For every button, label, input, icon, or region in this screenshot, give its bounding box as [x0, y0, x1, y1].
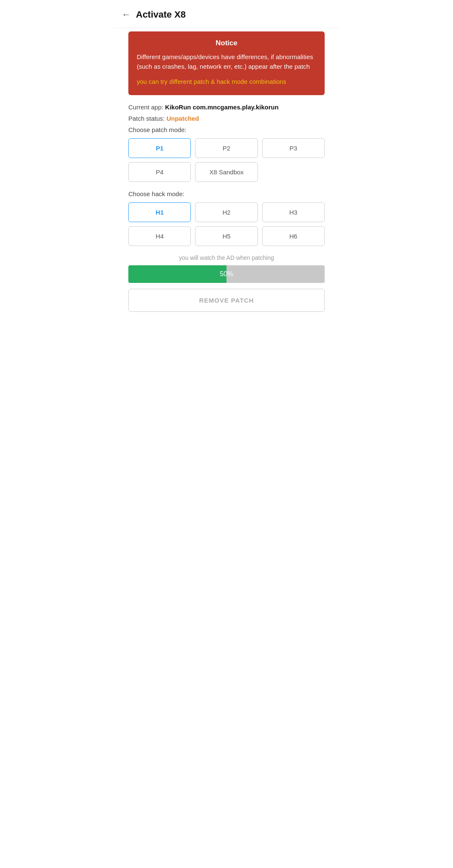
patch-btn-p3[interactable]: P3	[262, 138, 325, 158]
current-app-row: Current app: KikoRun com.mncgames.play.k…	[128, 104, 325, 111]
current-app-label: Current app:	[128, 104, 163, 111]
hack-btn-h5[interactable]: H5	[195, 226, 258, 246]
patch-mode-row2: P4 X8 Sandbox	[113, 162, 340, 182]
progress-bar-container: 50%	[128, 265, 325, 283]
notice-title: Notice	[137, 39, 316, 47]
current-app-section: Current app: KikoRun com.mncgames.play.k…	[113, 104, 340, 122]
hack-btn-h6[interactable]: H6	[262, 226, 325, 246]
back-button[interactable]: ←	[120, 8, 136, 22]
patch-status-row: Patch status: Unpatched	[128, 115, 325, 122]
patch-btn-x8sandbox[interactable]: X8 Sandbox	[195, 162, 258, 182]
header: ← Activate X8	[113, 0, 340, 28]
hack-btn-h3[interactable]: H3	[262, 202, 325, 222]
hack-mode-row1: H1 H2 H3	[113, 202, 340, 222]
current-app-value: KikoRun com.mncgames.play.kikorun	[165, 104, 279, 111]
patch-btn-p2[interactable]: P2	[195, 138, 258, 158]
patch-btn-p1[interactable]: P1	[128, 138, 191, 158]
patch-status-label: Patch status:	[128, 115, 165, 122]
hack-btn-h2[interactable]: H2	[195, 202, 258, 222]
header-divider	[113, 28, 340, 28]
notice-box: Notice Different games/apps/devices have…	[128, 31, 325, 95]
patch-btn-p4[interactable]: P4	[128, 162, 191, 182]
patch-mode-label: Choose patch mode:	[113, 126, 340, 133]
patch-mode-row1: P1 P2 P3	[113, 138, 340, 158]
progress-fill	[128, 265, 226, 283]
notice-body: Different games/apps/devices have differ…	[137, 52, 316, 71]
hack-mode-row2: H4 H5 H6	[113, 226, 340, 246]
ad-note: you will watch the AD when patching	[113, 254, 340, 261]
hack-btn-h4[interactable]: H4	[128, 226, 191, 246]
remove-patch-button[interactable]: REMOVE PATCH	[128, 289, 325, 312]
notice-highlight: you can try different patch & hack mode …	[137, 77, 316, 87]
page-title: Activate X8	[136, 9, 186, 20]
progress-label: 50%	[220, 270, 233, 278]
hack-btn-h1[interactable]: H1	[128, 202, 191, 222]
hack-mode-label: Choose hack mode:	[113, 190, 340, 197]
patch-status-value: Unpatched	[167, 115, 199, 122]
